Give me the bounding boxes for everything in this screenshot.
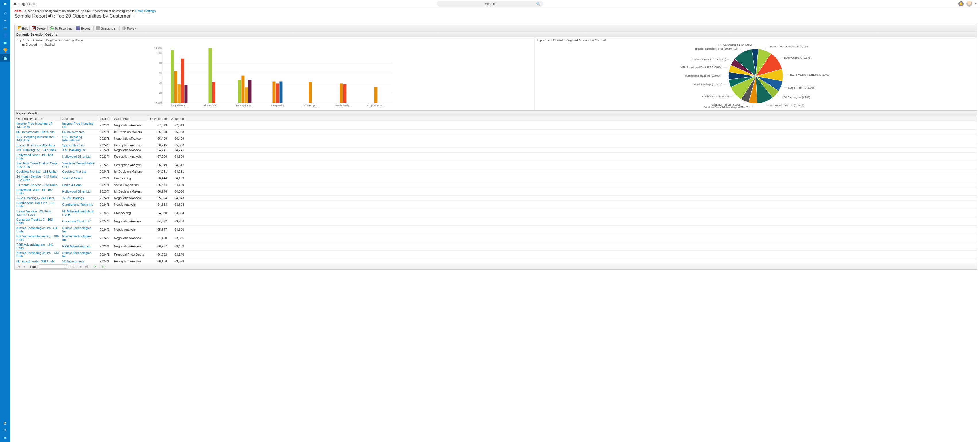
stage-cell: Perception Analysis [113,153,148,161]
opportunity-link[interactable]: 5D Investments - 109 Units [16,130,55,134]
account-link[interactable]: Coolview Net Ltd [62,170,86,173]
opportunity-link[interactable]: Cumberland Trails Inc - 166 Units [16,201,55,208]
snapshots-button[interactable]: Snapshots▾ [94,26,119,31]
account-link[interactable]: Hollywood Diner Ltd [62,155,91,158]
nav-help-icon[interactable]: ? [0,427,10,434]
opportunity-link[interactable]: 5D Investments - 301 Units [16,260,55,263]
weighted-cell: €4,060 [169,187,186,196]
dynamic-selection-header[interactable]: Dynamic Selection Options [14,32,977,37]
account-link[interactable]: JBC Banking Inc [62,148,86,152]
legend-grouped[interactable]: Grouped [22,43,37,46]
nav-filter-icon[interactable]: ≣ [0,39,10,47]
unweighted-cell: €7,190 [148,234,169,242]
account-link[interactable]: Nimble Technologies Inc [62,234,91,241]
account-link[interactable]: 5D Investments [62,130,84,134]
delete-button[interactable]: Delete [30,26,48,31]
app-logo[interactable]: sugarcrm [13,1,37,6]
avatar[interactable] [966,1,972,6]
account-link[interactable]: X-Sell Holdings [62,196,84,200]
opportunity-link[interactable]: Hollywood Diner Ltd - 129 Units [16,153,53,160]
account-link[interactable]: Nimble Technologies Inc [62,251,91,258]
unweighted-cell: €7,090 [148,153,169,161]
unweighted-cell: €4,231 [148,169,169,174]
account-link[interactable]: Smith & Sons [62,183,82,187]
opportunity-link[interactable]: RRR Advertising Inc. - 241 Units [16,243,54,250]
opportunity-link[interactable]: X-Sell Holdings - 243 Units [16,196,54,200]
snapshots-icon [96,27,100,30]
sidebar-flyout-icon[interactable]: ▸ [11,437,12,440]
stage-cell: Value Proposition [113,182,148,187]
opportunity-link[interactable]: 3 year Service - 42 Units - 132 Renewal [16,209,53,216]
col-weighted[interactable]: Weighted [169,116,186,121]
nav-doc-icon[interactable]: 🗎 [0,420,10,427]
search-icon[interactable]: 🔍 [536,2,540,6]
quarter-cell: 2024/1 [98,250,113,259]
account-link[interactable]: MTM Investment Bank F S B [62,209,94,216]
opportunity-link[interactable]: Nimble Technologies Inc - 189 Units [16,234,59,241]
pager-prev-icon[interactable]: ◂ [22,265,26,268]
favorites-button[interactable]: To Favorites [48,26,74,31]
account-link[interactable]: Hollywood Diner Ltd [62,190,91,193]
opportunity-link[interactable]: 24 month Service - 143 Units [16,183,57,187]
col-stage[interactable]: Sales Stage [113,116,148,121]
weighted-cell: €3,864 [169,209,186,217]
nav-home-icon[interactable]: ⌂ [0,9,10,17]
email-settings-link[interactable]: Email Settings [135,9,156,13]
col-account[interactable]: Account [60,116,98,121]
quarter-cell: 2024/3 [98,217,113,226]
nav-stack-icon[interactable]: ≡ [0,434,10,442]
legend-stacked[interactable]: Stacked [41,43,55,46]
account-link[interactable]: Cumberland Trails Inc [62,203,93,206]
nav-dashboard-icon[interactable]: ▦ [0,54,10,62]
account-link[interactable]: Nimble Technologies Inc [62,226,91,233]
nav-contacts-icon[interactable]: 👤 [0,32,10,39]
export-button[interactable]: Export▾ [75,26,94,31]
opportunity-link[interactable]: Constrata Trust LLC - 163 Units [16,218,53,225]
tools-button[interactable]: Tools▾ [120,26,138,31]
account-link[interactable]: RRR Advertising Inc. [62,245,91,248]
favorite-star-icon[interactable]: ☆ [132,14,136,18]
account-link[interactable]: Income Free Investing LP [62,122,94,129]
svg-text:Hollywood Diner Ltd (8,668.4): Hollywood Diner Ltd (8,668.4) [770,104,804,107]
opportunity-link[interactable]: Income Free Investing LP - 147 Units [16,122,54,129]
pager-page-input[interactable] [39,265,68,269]
nav-create-icon[interactable]: ＋ [0,17,10,24]
svg-text:6k: 6k [159,71,162,74]
account-link[interactable]: Sandeon Consolidation Corp [62,162,95,168]
nav-records-icon[interactable]: ▭ [0,24,10,32]
col-opportunity[interactable]: Opportunity Name [15,116,60,121]
account-link[interactable]: 5D Investments [62,260,84,263]
opportunity-link[interactable]: Spend Thrift Inc - 285 Units [16,143,55,147]
opportunity-link[interactable]: Nimble Technologies Inc - 54 Units [16,226,57,233]
pager-last-icon[interactable]: ▸| [84,265,89,268]
weighted-cell: €3,078 [169,259,186,264]
pager-first-icon[interactable]: |◂ [16,265,21,268]
opportunity-link[interactable]: Coolview Net Ltd - 151 Units [16,170,56,173]
nav-trophy-icon[interactable]: 🏆 [0,47,10,54]
edit-button[interactable]: Edit [16,26,30,31]
hamburger-menu[interactable]: ≡ [0,0,10,8]
pager-refresh-icon[interactable]: ⟳ [93,265,97,268]
opportunity-link[interactable]: B.C. Investing International - 148 Units [16,135,56,142]
account-link[interactable]: Spend Thrift Inc [62,143,84,147]
account-link[interactable]: Constrata Trust LLC [62,220,91,223]
notifications-icon[interactable]: 🔔 [958,1,964,6]
account-link[interactable]: B.C. Investing International [62,135,82,142]
col-unweighted[interactable]: Unweighted [148,116,169,121]
user-menu-chevron-icon[interactable]: ▾ [975,2,977,5]
pager-export-icon[interactable]: ⎘ [102,265,105,268]
opportunity-link[interactable]: Hollywood Diner Ltd - 152 Units [16,188,53,195]
note-text: To send record assignment notifications,… [22,9,135,13]
favorites-icon [50,27,54,30]
account-link[interactable]: Smith & Sons [62,176,82,180]
opportunity-link[interactable]: Nimble Technologies Inc - 133 Units [16,251,59,258]
col-quarter[interactable]: Quarter [98,116,113,121]
opportunity-link[interactable]: 24 month Service - 143 Units - 223 Ren… [16,175,57,182]
svg-text:Perception A…: Perception A… [236,104,253,107]
report-table: Opportunity Name Account Quarter Sales S… [14,116,977,264]
pager-next-icon[interactable]: ▸ [80,265,83,268]
search-input[interactable] [437,1,543,6]
opportunity-link[interactable]: Sandeon Consolidation Corp - 215 Units [16,162,59,168]
unweighted-cell: €6,949 [148,161,169,169]
opportunity-link[interactable]: JBC Banking Inc - 242 Units [16,148,56,152]
